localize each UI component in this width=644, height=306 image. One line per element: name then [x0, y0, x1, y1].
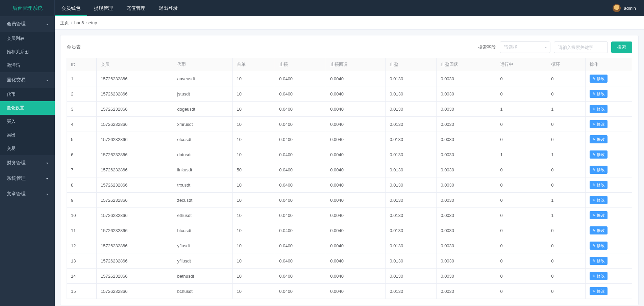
topnav-item[interactable]: 会员钱包 [55, 0, 87, 16]
sidebar-item[interactable]: 交易 [0, 142, 55, 155]
card-title: 会员表 [67, 44, 81, 50]
table-cell: 0.0040 [326, 71, 386, 86]
sidebar-item[interactable]: 激活码 [0, 59, 55, 72]
edit-button[interactable]: ✎修改 [590, 181, 608, 189]
table-cell: 0 [547, 177, 585, 193]
sidebar-group-title[interactable]: 文章管理▾ [0, 186, 55, 202]
edit-button[interactable]: ✎修改 [590, 287, 608, 295]
sidebar-group-title[interactable]: 系统管理▾ [0, 171, 55, 186]
table-cell: 0.0040 [326, 147, 386, 162]
sidebar-item[interactable]: 买入 [0, 115, 55, 128]
card: 会员表 搜索字段 请选择 ▾ 搜索 [60, 35, 639, 305]
table-body: 115726232866aaveusdt100.04000.00400.0130… [67, 71, 632, 299]
table-cell: 15726232866 [97, 284, 173, 299]
edit-button[interactable]: ✎修改 [590, 75, 608, 83]
table-cell: 0.0030 [437, 162, 496, 177]
topnav-item[interactable]: 提现管理 [87, 0, 120, 16]
chevron-down-icon: ▾ [46, 161, 48, 165]
table-row: 615726232866dotusdt100.04000.00400.01300… [67, 147, 632, 162]
table-cell: 0 [547, 223, 585, 238]
table-row: 915726232866zecusdt100.04000.00400.01300… [67, 193, 632, 208]
search-button[interactable]: 搜索 [611, 41, 632, 53]
table-cell: bchusdt [173, 284, 232, 299]
table-cell: 10 [232, 102, 275, 117]
table-column-header: 首单 [232, 58, 275, 71]
table-cell: 1 [67, 71, 97, 86]
table-cell: 3 [67, 102, 97, 117]
edit-button[interactable]: ✎修改 [590, 211, 608, 219]
user-area[interactable]: admin [613, 4, 644, 12]
sidebar-item[interactable]: 推荐关系图 [0, 45, 55, 59]
table-cell: 15726232866 [97, 117, 173, 132]
table-cell: 0.0030 [437, 223, 496, 238]
table-column-header: 代币 [173, 58, 232, 71]
table-cell: 0.0400 [275, 208, 326, 223]
edit-button[interactable]: ✎修改 [590, 242, 608, 250]
table-cell: zecusdt [173, 193, 232, 208]
table-cell: 0 [496, 117, 547, 132]
table-cell: 9 [67, 193, 97, 208]
edit-icon: ✎ [592, 152, 595, 157]
table-cell: 12 [67, 238, 97, 253]
sidebar-item[interactable]: 会员列表 [0, 32, 55, 45]
table-cell: 0.0130 [386, 208, 437, 223]
sidebar-group-title[interactable]: 会员管理▴ [0, 16, 55, 32]
edit-icon: ✎ [592, 168, 595, 172]
edit-button-label: 修改 [597, 213, 605, 218]
table-cell: 0 [547, 253, 585, 269]
topnav-item[interactable]: 退出登录 [152, 0, 184, 16]
edit-button[interactable]: ✎修改 [590, 166, 608, 174]
topnav-item[interactable]: 充值管理 [120, 0, 152, 16]
table-cell: 0.0400 [275, 147, 326, 162]
table-cell: 0.0040 [326, 177, 386, 193]
edit-button[interactable]: ✎修改 [590, 272, 608, 280]
table-cell: 0.0400 [275, 223, 326, 238]
edit-button[interactable]: ✎修改 [590, 105, 608, 113]
table-cell: 10 [232, 208, 275, 223]
edit-icon: ✎ [592, 107, 595, 111]
table-column-header: 止盈回落 [437, 58, 496, 71]
table-cell: 0.0040 [326, 238, 386, 253]
table-cell: 0.0030 [437, 117, 496, 132]
sidebar-item[interactable]: 卖出 [0, 128, 55, 142]
top-header: 后台管理系统 会员钱包提现管理充值管理退出登录 admin [0, 0, 644, 16]
table-cell: 10 [232, 71, 275, 86]
table-cell: 0.0130 [386, 162, 437, 177]
edit-button[interactable]: ✎修改 [590, 226, 608, 234]
table-row: 1515726232866bchusdt100.04000.00400.0130… [67, 284, 632, 299]
sidebar-item[interactable]: 代币 [0, 88, 55, 101]
card-header: 会员表 搜索字段 请选择 ▾ 搜索 [67, 41, 632, 53]
edit-button-label: 修改 [597, 273, 605, 279]
brand-logo[interactable]: 后台管理系统 [0, 0, 55, 16]
table-cell: yfiusdt [173, 238, 232, 253]
edit-button[interactable]: ✎修改 [590, 150, 608, 159]
sidebar-group-title[interactable]: 财务管理▾ [0, 155, 55, 171]
edit-button[interactable]: ✎修改 [590, 257, 608, 265]
table-cell: 10 [67, 208, 97, 223]
search-field-select[interactable]: 请选择 ▾ [500, 41, 550, 53]
table-column-header: 会员 [97, 58, 173, 71]
table-cell: 0.0030 [437, 193, 496, 208]
table-cell: 15726232866 [97, 177, 173, 193]
sidebar-group-title[interactable]: 量化交易▴ [0, 72, 55, 88]
edit-button[interactable]: ✎修改 [590, 90, 608, 98]
edit-icon: ✎ [592, 259, 595, 263]
edit-button[interactable]: ✎修改 [590, 135, 608, 143]
edit-button[interactable]: ✎修改 [590, 120, 608, 128]
table-cell: 0 [547, 132, 585, 147]
edit-button[interactable]: ✎修改 [590, 196, 608, 204]
table-cell: 0 [547, 269, 585, 284]
breadcrumb-home[interactable]: 主页 [60, 20, 69, 26]
search-input[interactable] [554, 41, 608, 53]
table-cell: 1 [547, 147, 585, 162]
table-cell: 6 [67, 147, 97, 162]
table-cell: xmrusdt [173, 117, 232, 132]
table-cell: etcusdt [173, 132, 232, 147]
table-column-header: 止盈 [386, 58, 437, 71]
table-cell: dotusdt [173, 147, 232, 162]
sidebar-item[interactable]: 量化设置 [0, 101, 55, 115]
table-cell: 0 [496, 253, 547, 269]
search-field-label: 搜索字段 [478, 44, 496, 50]
table-cell: aaveusdt [173, 71, 232, 86]
table-cell: 0.0030 [437, 71, 496, 86]
